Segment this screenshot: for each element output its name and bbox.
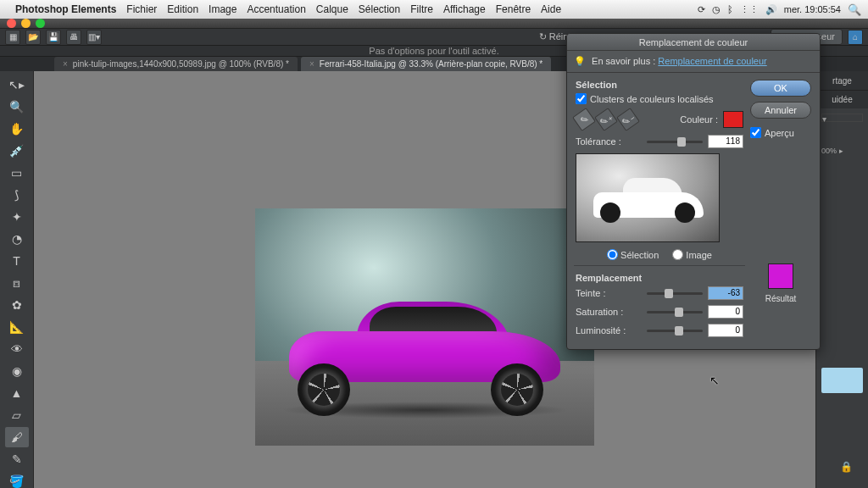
straighten-tool-icon[interactable]: 📐 xyxy=(5,317,29,337)
eyedropper-plus-icon[interactable]: ✎₊ xyxy=(594,108,618,131)
blend-mode-dropdown[interactable]: ▾ xyxy=(821,114,863,122)
dialog-title: Remplacement de couleur xyxy=(567,34,820,51)
lock-icon[interactable]: 🔒 xyxy=(840,461,853,473)
zoom-tool-icon[interactable]: 🔍 xyxy=(5,97,29,117)
car-image xyxy=(281,285,569,412)
bluetooth-icon[interactable]: ᛒ xyxy=(727,4,733,14)
print-icon[interactable]: 🖶 xyxy=(66,30,81,45)
menu-fichier[interactable]: Fichier xyxy=(126,3,157,15)
tool-palette: ↖▸ 🔍 ✋ 💉 ▭ ⟆ ✦ ◔ T ⧈ ✿ 📐 👁 ◉ ▲ ▱ 🖌 ✎ 🪣 ▦… xyxy=(0,71,34,488)
volume-icon[interactable]: 🔊 xyxy=(765,4,777,15)
opacity-value[interactable]: 00% xyxy=(821,147,837,155)
time-machine-icon[interactable]: ◷ xyxy=(712,4,721,15)
smart-brush-tool-icon[interactable]: ✎ xyxy=(5,449,29,469)
clone-tool-icon[interactable]: ▲ xyxy=(5,383,29,403)
window-close-button[interactable] xyxy=(7,19,16,28)
window-titlebar xyxy=(0,19,868,29)
eyedropper-tool-icon[interactable]: 💉 xyxy=(5,141,29,161)
redeye-tool-icon[interactable]: 👁 xyxy=(5,339,29,359)
mac-menubar: Photoshop Elements Fichier Edition Image… xyxy=(0,0,868,19)
window-minimize-button[interactable] xyxy=(21,19,31,28)
right-panel-area: rtage uidée ▾ 00% ▸ 🔒 xyxy=(815,71,868,488)
layer-thumbnail[interactable] xyxy=(821,368,863,393)
eyedropper-minus-icon[interactable]: ✎₋ xyxy=(616,108,640,131)
type-tool-icon[interactable]: T xyxy=(5,251,29,271)
menu-selection[interactable]: Sélection xyxy=(359,3,400,15)
luminosity-input[interactable]: 0 xyxy=(708,324,743,337)
tolerance-input[interactable]: 118 xyxy=(708,135,743,148)
menu-aide[interactable]: Aide xyxy=(541,3,561,15)
panel-tab-guidee[interactable]: uidée xyxy=(832,95,852,104)
spotlight-icon[interactable]: 🔍 xyxy=(848,3,861,16)
saturation-input[interactable]: 0 xyxy=(708,305,743,319)
spot-heal-tool-icon[interactable]: ◉ xyxy=(5,361,29,381)
close-icon[interactable]: × xyxy=(309,59,314,69)
eyedropper-icon[interactable]: ✎ xyxy=(572,108,596,131)
magic-wand-tool-icon[interactable]: ✦ xyxy=(5,207,29,227)
sync-icon[interactable]: ⟳ xyxy=(698,4,705,15)
dialog-hint-bar: 💡 En savoir plus : Remplacement de coule… xyxy=(567,51,820,73)
tolerance-slider[interactable] xyxy=(647,141,703,143)
result-color-swatch[interactable] xyxy=(768,263,793,289)
document-canvas[interactable] xyxy=(255,208,594,446)
hand-tool-icon[interactable]: ✋ xyxy=(5,119,29,139)
lasso-tool-icon[interactable]: ⟆ xyxy=(5,185,29,205)
help-link[interactable]: Remplacement de couleur xyxy=(658,56,766,66)
hue-label: Teinte : xyxy=(576,288,642,298)
cancel-button[interactable]: Annuler xyxy=(750,102,811,119)
eraser-tool-icon[interactable]: ▱ xyxy=(5,405,29,425)
app-name[interactable]: Photoshop Elements xyxy=(15,3,116,15)
save-icon[interactable]: 💾 xyxy=(46,30,61,45)
luminosity-slider[interactable] xyxy=(647,330,703,332)
quick-select-tool-icon[interactable]: ◔ xyxy=(5,229,29,249)
preview-checkbox[interactable]: Aperçu xyxy=(750,127,811,138)
home-icon[interactable]: ⌂ xyxy=(848,30,863,45)
localized-clusters-checkbox[interactable] xyxy=(576,93,587,104)
radio-image[interactable]: Image xyxy=(672,249,712,260)
marquee-tool-icon[interactable]: ▭ xyxy=(5,163,29,183)
replace-label: Remplacement xyxy=(576,273,743,283)
document-tab-1[interactable]: × pink-tulip-images,1440x900,50989.jpg @… xyxy=(54,57,298,71)
bucket-tool-icon[interactable]: 🪣 xyxy=(5,471,29,488)
options-text: Pas d'options pour l'outil activé. xyxy=(369,46,498,56)
lightbulb-icon: 💡 xyxy=(574,56,586,66)
menu-fenetre[interactable]: Fenêtre xyxy=(496,3,531,15)
tolerance-label: Tolérance : xyxy=(576,136,642,147)
saturation-label: Saturation : xyxy=(576,307,642,317)
arrange-icon[interactable]: ▥▾ xyxy=(86,30,102,45)
source-color-swatch[interactable] xyxy=(723,111,743,128)
replace-color-dialog: Remplacement de couleur 💡 En savoir plus… xyxy=(566,33,821,350)
result-label: Résultat xyxy=(750,294,811,303)
close-icon[interactable]: × xyxy=(63,59,68,69)
brush-tool-icon[interactable]: 🖌 xyxy=(5,427,29,447)
clock[interactable]: mer. 19:05:54 xyxy=(784,4,841,14)
selection-preview[interactable] xyxy=(576,153,720,242)
menu-filtre[interactable]: Filtre xyxy=(410,3,433,15)
ok-button[interactable]: OK xyxy=(750,80,811,97)
menu-affichage[interactable]: Affichage xyxy=(443,3,486,15)
hue-slider[interactable] xyxy=(647,292,703,295)
saturation-slider[interactable] xyxy=(647,311,703,313)
open-icon[interactable]: 📂 xyxy=(25,30,41,45)
menu-image[interactable]: Image xyxy=(209,3,236,15)
move-tool-icon[interactable]: ↖▸ xyxy=(5,75,29,95)
selection-label: Sélection xyxy=(576,80,743,90)
cookie-cutter-tool-icon[interactable]: ✿ xyxy=(5,295,29,315)
hue-input[interactable]: -63 xyxy=(708,286,743,300)
app-menu-icon[interactable]: ▦ xyxy=(5,30,20,45)
luminosity-label: Luminosité : xyxy=(576,325,642,336)
color-label: Couleur : xyxy=(680,114,718,125)
menu-calque[interactable]: Calque xyxy=(316,3,348,15)
menu-edition[interactable]: Edition xyxy=(167,3,198,15)
crop-tool-icon[interactable]: ⧈ xyxy=(5,273,29,293)
radio-selection[interactable]: Sélection xyxy=(607,249,659,260)
wifi-icon[interactable]: ⋮⋮ xyxy=(740,4,759,15)
traffic-lights xyxy=(7,19,45,28)
menu-accentuation[interactable]: Accentuation xyxy=(247,3,305,15)
window-zoom-button[interactable] xyxy=(36,19,45,28)
document-tab-2[interactable]: × Ferrari-458-Italia.jpg @ 33.3% (Arrièr… xyxy=(301,57,551,71)
panel-tab-partage[interactable]: rtage xyxy=(832,76,852,86)
